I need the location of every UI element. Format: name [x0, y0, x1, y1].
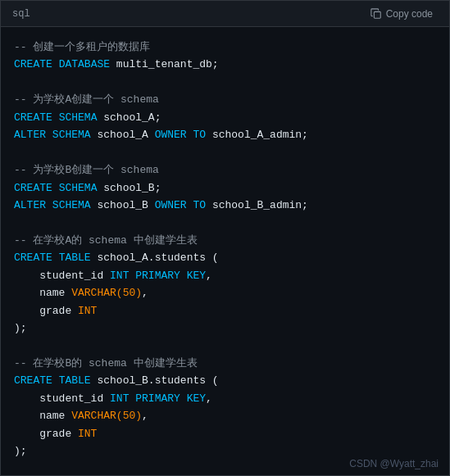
- code-block-wrapper: sql Copy code -- 创建一个多租户的数据库CREATE DATAB…: [0, 0, 450, 476]
- code-line: CREATE SCHEMA school_B;: [14, 179, 436, 197]
- code-blank-line: [14, 337, 436, 354]
- code-comment-line: -- 为学校B创建一个 schema: [14, 161, 436, 179]
- code-segment: KEY: [187, 270, 206, 282]
- code-segment: student_id: [14, 392, 110, 405]
- code-blank-line: [14, 144, 436, 161]
- code-segment: PRIMARY: [135, 392, 180, 405]
- code-segment: INT: [78, 428, 97, 440]
- code-segment: ,: [142, 287, 148, 299]
- code-segment: school_A;: [97, 111, 161, 124]
- code-segment: TO: [193, 199, 206, 211]
- code-segment: ALTER: [14, 129, 46, 141]
- code-segment: [52, 252, 59, 264]
- code-segment: school_B;: [97, 182, 161, 194]
- code-segment: INT: [110, 392, 129, 405]
- code-segment: );: [14, 445, 27, 457]
- code-segment: school_A: [91, 129, 155, 141]
- code-line: ALTER SCHEMA school_A OWNER TO school_A_…: [14, 126, 436, 143]
- code-segment: ,: [142, 410, 148, 422]
- code-line: grade INT: [14, 425, 436, 442]
- code-segment: name: [14, 287, 71, 299]
- code-line: CREATE DATABASE multi_tenant_db;: [14, 56, 436, 73]
- code-language-label: sql: [12, 8, 30, 20]
- code-line: student_id INT PRIMARY KEY,: [14, 390, 436, 407]
- code-segment: INT: [110, 270, 129, 282]
- code-segment: TO: [193, 129, 206, 141]
- code-body: -- 创建一个多租户的数据库CREATE DATABASE multi_tena…: [1, 27, 449, 475]
- code-segment: school_B: [91, 199, 155, 211]
- code-segment: INT: [78, 305, 97, 317]
- code-segment: OWNER: [155, 199, 187, 211]
- code-comment-line: -- 在学校A的 schema 中创建学生表: [14, 232, 436, 249]
- code-segment: KEY: [187, 392, 206, 405]
- code-segment: OWNER: [155, 129, 187, 141]
- code-blank-line: [14, 214, 436, 231]
- code-line: name VARCHAR(50),: [14, 407, 436, 424]
- copy-code-button[interactable]: Copy code: [366, 7, 438, 21]
- code-segment: school_B.students (: [91, 374, 219, 387]
- code-line: ALTER SCHEMA school_B OWNER TO school_B_…: [14, 197, 436, 214]
- code-segment: SCHEMA: [59, 111, 98, 124]
- code-segment: student_id: [14, 270, 110, 282]
- code-segment: SCHEMA: [52, 129, 91, 141]
- code-line: CREATE TABLE school_A.students (: [14, 249, 436, 266]
- code-segment: CREATE: [14, 58, 52, 70]
- code-segment: ,: [206, 392, 212, 405]
- code-segment: CREATE: [14, 182, 52, 194]
- code-segment: grade: [14, 305, 78, 317]
- watermark: CSDN @Wyatt_zhai: [349, 458, 439, 469]
- code-segment: ,: [206, 270, 212, 282]
- code-segment: TABLE: [59, 252, 91, 264]
- code-segment: school_B_admin;: [206, 199, 308, 211]
- code-segment: name: [14, 410, 71, 422]
- copy-icon: [370, 8, 382, 20]
- svg-rect-0: [374, 11, 380, 18]
- code-line: student_id INT PRIMARY KEY,: [14, 267, 436, 284]
- code-segment: SCHEMA: [52, 199, 91, 211]
- code-blank-line: [14, 74, 436, 91]
- code-segment: VARCHAR(50): [71, 287, 142, 299]
- code-comment-line: -- 为学校A创建一个 schema: [14, 91, 436, 108]
- code-segment: DATABASE: [59, 58, 110, 70]
- code-segment: CREATE: [14, 374, 52, 387]
- code-container: sql Copy code -- 创建一个多租户的数据库CREATE DATAB…: [0, 0, 450, 476]
- code-line: );: [14, 320, 436, 337]
- code-segment: [46, 199, 52, 211]
- code-segment: grade: [14, 428, 78, 440]
- code-segment: [46, 129, 52, 141]
- code-segment: school_A_admin;: [206, 129, 308, 141]
- code-segment: VARCHAR(50): [71, 410, 142, 422]
- code-segment: [52, 374, 59, 387]
- code-segment: multi_tenant_db;: [110, 58, 219, 70]
- code-header: sql Copy code: [1, 1, 449, 27]
- code-segment: SCHEMA: [59, 182, 98, 194]
- code-segment: school_A.students (: [91, 252, 219, 264]
- code-line: CREATE SCHEMA school_A;: [14, 109, 436, 126]
- code-segment: );: [14, 322, 27, 334]
- code-segment: [52, 182, 59, 194]
- code-line: CREATE TABLE school_B.students (: [14, 372, 436, 389]
- code-line: name VARCHAR(50),: [14, 284, 436, 301]
- code-segment: PRIMARY: [135, 270, 180, 282]
- code-comment-line: -- 创建一个多租户的数据库: [14, 39, 436, 56]
- code-segment: CREATE: [14, 111, 52, 124]
- code-segment: ALTER: [14, 199, 46, 211]
- code-line: grade INT: [14, 302, 436, 320]
- code-segment: [52, 111, 59, 124]
- code-comment-line: -- 在学校B的 schema 中创建学生表: [14, 355, 436, 372]
- code-segment: CREATE: [14, 252, 52, 264]
- copy-label: Copy code: [386, 8, 433, 20]
- code-segment: TABLE: [59, 374, 91, 387]
- code-segment: [180, 270, 187, 282]
- code-segment: [180, 392, 187, 405]
- code-segment: [52, 58, 59, 70]
